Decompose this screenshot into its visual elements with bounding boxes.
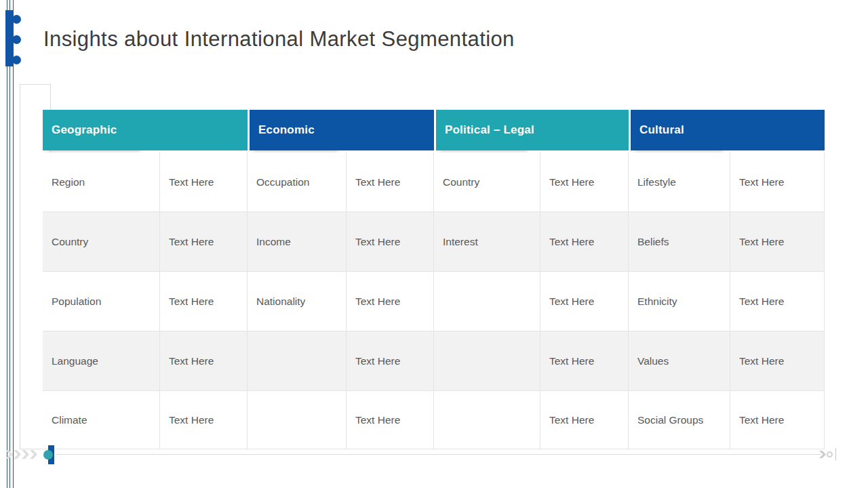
- footer-divider-line: [56, 454, 821, 455]
- left-accent-line: [9, 0, 10, 488]
- table-cell: Interest: [434, 212, 540, 272]
- footer-teal-dot-icon: [43, 450, 53, 460]
- table-cell: Text Here: [160, 331, 248, 391]
- table-cell: Text Here: [540, 212, 629, 272]
- chevron-right-icon: [30, 450, 37, 459]
- table-cell: Text Here: [540, 391, 629, 449]
- accent-dot-icon: [12, 35, 21, 44]
- table-cell: Language: [43, 331, 160, 391]
- table-cell: Lifestyle: [629, 152, 730, 212]
- table-cell: Income: [248, 212, 347, 272]
- table-cell: Social Groups: [629, 391, 730, 449]
- column-header-economic: Economic: [248, 110, 434, 150]
- table-cell: Text Here: [730, 152, 825, 212]
- table-cell: Values: [629, 331, 730, 391]
- table-cell: Text Here: [347, 272, 434, 331]
- table-cell: Text Here: [160, 272, 248, 331]
- table-cell: Climate: [43, 391, 160, 449]
- line-end-circle-icon: [827, 451, 833, 458]
- table-cell: Occupation: [248, 152, 347, 212]
- table-cell: Text Here: [347, 152, 434, 212]
- table-cell: Text Here: [730, 212, 825, 272]
- table-cell: Text Here: [347, 212, 434, 272]
- column-header-political-legal: Political – Legal: [434, 110, 629, 150]
- table-cell: [248, 331, 347, 391]
- table-cell: Text Here: [160, 391, 248, 449]
- table-cell: [434, 391, 540, 449]
- left-accent-line: [7, 0, 7, 488]
- segmentation-table: Geographic Economic Political – Legal Cu…: [43, 110, 825, 449]
- table-cell: Text Here: [540, 331, 629, 391]
- table-cell: Country: [434, 152, 540, 212]
- table-cell: Nationality: [248, 272, 347, 331]
- table-cell: [434, 331, 540, 391]
- table-cell: Ethnicity: [629, 272, 730, 331]
- slide-title: Insights about International Market Segm…: [43, 27, 515, 52]
- table-cell: Beliefs: [629, 212, 730, 272]
- table-cell: [248, 391, 347, 449]
- chevron-right-icon: [14, 450, 21, 459]
- table-cell: Text Here: [160, 152, 248, 212]
- table-header-row: Geographic Economic Political – Legal Cu…: [43, 110, 825, 150]
- line-end-tick: [835, 448, 836, 460]
- presentation-slide: Insights about International Market Segm…: [0, 0, 868, 488]
- table-cell: Text Here: [540, 272, 629, 331]
- table-cell: Text Here: [160, 212, 248, 272]
- column-header-geographic: Geographic: [43, 110, 248, 150]
- table-cell: Text Here: [730, 391, 825, 449]
- accent-dot-icon: [12, 15, 21, 24]
- left-accent-line: [13, 0, 14, 488]
- table-cell: Text Here: [730, 331, 825, 391]
- table-body: Region Text Here Occupation Text Here Co…: [43, 152, 825, 449]
- table-cell: Country: [43, 212, 160, 272]
- table-cell: Text Here: [347, 331, 434, 391]
- table-cell: Text Here: [730, 272, 825, 331]
- table-cell: Text Here: [540, 152, 629, 212]
- accent-dot-icon: [12, 56, 21, 64]
- table-cell: Region: [43, 152, 160, 212]
- table-cell: Population: [43, 272, 160, 331]
- table-cell: [434, 272, 540, 331]
- column-header-cultural: Cultural: [629, 110, 825, 150]
- chevron-right-icon: [22, 450, 29, 459]
- table-cell: Text Here: [347, 391, 434, 449]
